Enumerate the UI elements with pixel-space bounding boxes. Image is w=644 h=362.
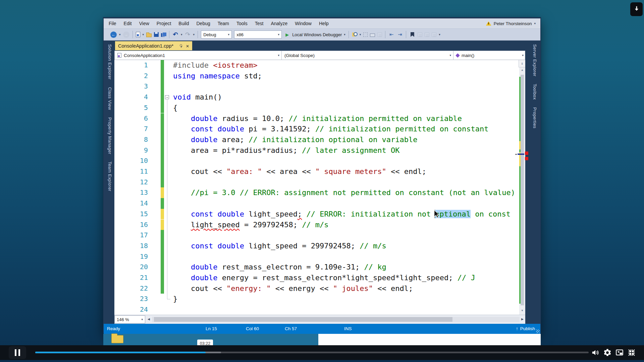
pause-button[interactable] <box>9 346 26 359</box>
menu-item-debug[interactable]: Debug <box>193 18 214 28</box>
toolbar-overflow-button[interactable]: ▾ <box>439 33 440 36</box>
code-line-17[interactable]: 17 <box>114 230 525 241</box>
document-tab[interactable]: ConsoleApplication1.cpp* <box>115 41 192 50</box>
increase-indent-button[interactable] <box>397 32 403 38</box>
member-dropdown[interactable]: main() ▾ <box>453 51 526 60</box>
menu-item-file[interactable]: File <box>105 18 120 28</box>
code-line-6[interactable]: 6 double radius = 10.0; // initializatio… <box>114 113 525 124</box>
bookmark-button[interactable] <box>411 32 414 37</box>
code-line-22[interactable]: 22 cout << "energy: " << energy << " jou… <box>114 283 525 294</box>
menu-item-team[interactable]: Team <box>214 18 233 28</box>
collapse-region-icon[interactable] <box>165 95 169 99</box>
horizontal-scrollbar-thumb[interactable] <box>154 317 452 322</box>
code-line-2[interactable]: 2using namespace std; <box>114 71 525 81</box>
code-line-11[interactable]: 11 cout << "area: " << area << " square … <box>114 166 525 177</box>
code-line-14[interactable]: 14 <box>114 198 525 209</box>
menu-item-edit[interactable]: Edit <box>120 18 136 28</box>
settings-gear-icon[interactable] <box>603 348 612 357</box>
left-tab-property-manager[interactable]: Property Manager <box>106 114 112 158</box>
left-tab-class-view[interactable]: Class View <box>106 83 112 114</box>
show-list-button[interactable] <box>377 33 382 37</box>
resize-grip[interactable] <box>536 329 540 333</box>
right-tab-properties[interactable]: Properties <box>531 104 537 132</box>
code-line-18[interactable]: 18 const double light_speed = 299792458;… <box>114 241 525 251</box>
chevron-down-icon[interactable]: ▾ <box>360 33 361 36</box>
code-line-19[interactable]: 19 <box>114 251 525 262</box>
menu-item-help[interactable]: Help <box>315 18 332 28</box>
start-debugging-button[interactable]: Local Windows Debugger ▾ <box>284 32 345 38</box>
menu-item-view[interactable]: View <box>136 18 153 28</box>
menu-item-test[interactable]: Test <box>251 18 267 28</box>
undo-button[interactable] <box>172 32 178 38</box>
pin-icon[interactable] <box>179 44 183 48</box>
menu-item-project[interactable]: Project <box>153 18 175 28</box>
code-line-9[interactable]: 9 area = pi*radius*radius; // later assi… <box>114 145 525 156</box>
code-line-8[interactable]: 8 double area; // initialization optiona… <box>114 134 525 145</box>
code-line-12[interactable]: 12 <box>114 177 525 188</box>
menu-item-window[interactable]: Window <box>291 18 315 28</box>
code-line-21[interactable]: 21 double energy = rest_mass_electron*li… <box>114 273 525 283</box>
chevron-down-icon[interactable]: ▾ <box>193 33 195 36</box>
save-all-button[interactable] <box>161 32 166 37</box>
zoom-dropdown[interactable]: 146 % ▾ <box>114 315 145 323</box>
solution-platform-dropdown[interactable]: x86 ▾ <box>234 31 282 39</box>
code-line-23[interactable]: 23} <box>114 294 525 304</box>
find-in-files-button[interactable] <box>352 32 357 37</box>
redo-button[interactable] <box>185 32 191 38</box>
code-editor[interactable]: 1#include <iostream>2using namespace std… <box>114 60 525 315</box>
uncomment-button[interactable] <box>425 33 429 37</box>
code-line-24[interactable]: 24 <box>114 304 525 315</box>
scroll-down-arrow[interactable]: ▼ <box>519 309 525 312</box>
open-file-button[interactable] <box>146 34 152 37</box>
exit-fullscreen-icon[interactable] <box>627 348 636 357</box>
decrease-indent-button[interactable] <box>388 32 394 38</box>
save-button[interactable] <box>154 32 159 37</box>
navigate-to-folder-button[interactable] <box>370 34 375 37</box>
horizontal-scrollbar[interactable] <box>152 317 520 322</box>
selection-box-icon[interactable] <box>363 33 368 37</box>
code-line-20[interactable]: 20 double rest_mass_electron = 9.109e-31… <box>114 262 525 273</box>
scroll-up-arrow[interactable]: ▲ <box>519 68 525 71</box>
chevron-down-icon[interactable]: ▾ <box>119 33 121 36</box>
format-button[interactable] <box>432 33 436 37</box>
left-tab-team-explorer[interactable]: Team Explorer <box>106 158 112 195</box>
navigate-back-button[interactable] <box>110 32 117 38</box>
menu-item-build[interactable]: Build <box>175 18 193 28</box>
chevron-down-icon[interactable]: ▾ <box>143 33 144 36</box>
picture-in-picture-icon[interactable] <box>615 348 624 357</box>
close-icon[interactable] <box>186 43 189 49</box>
right-tab-toolbox[interactable]: Toolbox <box>531 80 537 104</box>
scroll-left-arrow[interactable]: ◀ <box>148 317 150 321</box>
solution-configuration-dropdown[interactable]: Debug ▾ <box>201 31 232 39</box>
code-line-10[interactable]: 10 <box>114 156 525 166</box>
code-line-15[interactable]: 15 const double light_speed; // ERROR: i… <box>114 209 525 220</box>
project-dropdown[interactable]: ConsoleApplication1 ▾ <box>115 51 282 60</box>
download-button[interactable] <box>630 2 643 16</box>
comment-button[interactable] <box>418 33 422 37</box>
menu-item-tools[interactable]: Tools <box>233 18 251 28</box>
navigate-forward-button[interactable] <box>123 32 129 38</box>
volume-icon[interactable] <box>591 348 600 357</box>
menu-items: FileEditViewProjectBuildDebugTeamToolsTe… <box>105 18 332 28</box>
scope-dropdown[interactable]: (Global Scope) ▾ <box>282 51 453 60</box>
menu-item-analyze[interactable]: Analyze <box>267 18 291 28</box>
code-line-4[interactable]: 4void main() <box>114 92 525 103</box>
account-menu[interactable]: Peter Thorsteinson ▾ <box>486 21 540 26</box>
publish-button[interactable]: ↑ Publish <box>516 324 535 334</box>
editor-split-handle[interactable]: ⇕ <box>519 60 525 67</box>
code-line-3[interactable]: 3 <box>114 81 525 92</box>
code-line-5[interactable]: 5{ <box>114 103 525 113</box>
scroll-right-arrow[interactable]: ▶ <box>521 317 524 321</box>
code-line-1[interactable]: 1#include <iostream> <box>114 60 525 71</box>
new-file-button[interactable] <box>136 32 140 37</box>
chevron-down-icon[interactable]: ▾ <box>181 33 182 36</box>
left-tab-solution-explorer[interactable]: Solution Explorer <box>106 41 112 83</box>
right-tab-server-explorer[interactable]: Server Explorer <box>531 41 537 80</box>
video-progress-bar[interactable] <box>35 352 589 353</box>
line-number: 8 <box>114 134 148 145</box>
code-line-13[interactable]: 13 //pi = 3.0 // ERROR: assignment not p… <box>114 187 525 198</box>
code-line-16[interactable]: 16 light_speed = 299792458; // m/s <box>114 220 525 230</box>
navigation-bar: ConsoleApplication1 ▾ (Global Scope) ▾ m… <box>114 51 525 60</box>
code-line-7[interactable]: 7 const double pi = 3.141592; // initial… <box>114 124 525 134</box>
vertical-scrollbar-thumb[interactable] <box>521 75 524 305</box>
